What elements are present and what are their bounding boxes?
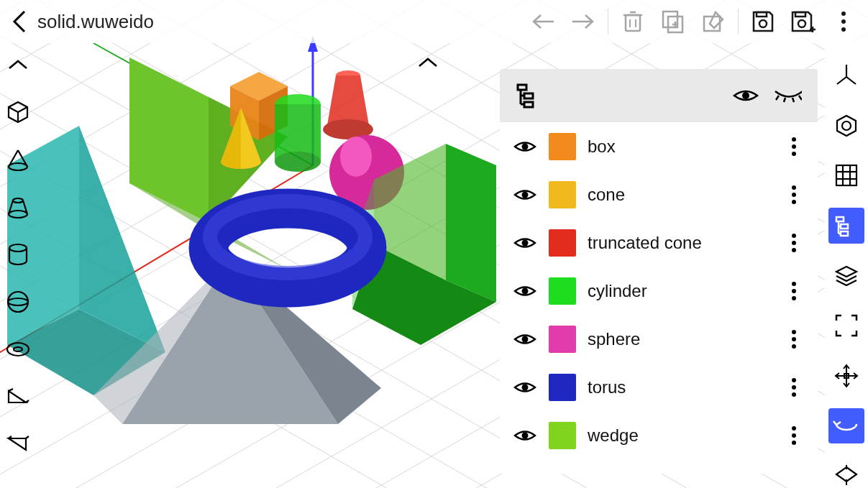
collapse-left-button[interactable]	[2, 49, 34, 80]
svg-rect-109	[836, 217, 844, 221]
cylinder-tool[interactable]	[2, 239, 34, 270]
show-all-button[interactable]	[731, 81, 760, 110]
layer-row[interactable]: box	[500, 122, 818, 170]
edit-button[interactable]	[693, 1, 734, 42]
svg-point-81	[9, 163, 27, 170]
svg-point-76	[841, 11, 846, 16]
truncated-cone-tool[interactable]	[2, 191, 34, 223]
left-toolbar	[0, 43, 36, 488]
overflow-menu-button[interactable]	[823, 1, 864, 42]
layer-color-swatch	[549, 229, 576, 257]
visibility-toggle[interactable]	[513, 183, 537, 207]
svg-point-154	[792, 378, 796, 382]
collapse-top-button[interactable]	[417, 56, 439, 69]
torus-tool[interactable]	[2, 333, 34, 365]
delete-button[interactable]	[613, 1, 653, 42]
save-as-button[interactable]	[783, 1, 823, 42]
layer-menu-button[interactable]	[783, 421, 805, 450]
svg-line-129	[776, 96, 779, 100]
svg-point-134	[792, 137, 796, 142]
layer-row[interactable]: torus	[500, 363, 818, 411]
layer-menu-button[interactable]	[783, 373, 805, 402]
svg-point-142	[792, 234, 796, 238]
layer-row[interactable]: wedge	[500, 411, 818, 459]
save-button[interactable]	[743, 1, 783, 42]
layer-menu-button[interactable]	[783, 132, 805, 161]
layer-name: cylinder	[588, 281, 772, 301]
wedge-up-tool[interactable]	[2, 381, 34, 413]
fullscreen-button[interactable]	[828, 308, 864, 344]
grid-button[interactable]	[828, 157, 864, 193]
svg-line-131	[792, 98, 794, 102]
right-toolbar	[825, 43, 868, 488]
cone-tool[interactable]	[2, 144, 34, 175]
file-title: solid.wuweido	[37, 11, 154, 33]
layer-name: cone	[588, 185, 772, 205]
svg-point-85	[9, 211, 27, 218]
svg-rect-104	[836, 165, 856, 185]
scale-tool-button[interactable]	[828, 458, 864, 488]
back-button[interactable]	[4, 6, 35, 37]
svg-point-77	[841, 19, 846, 24]
visibility-toggle[interactable]	[513, 375, 537, 400]
svg-rect-71	[757, 12, 767, 17]
svg-rect-123	[524, 93, 533, 98]
stack-layers-button[interactable]	[828, 258, 864, 294]
svg-line-94	[9, 389, 13, 391]
layer-name: torus	[588, 377, 772, 397]
hide-all-button[interactable]	[773, 81, 802, 110]
move-tool-button[interactable]	[828, 358, 864, 394]
visibility-toggle[interactable]	[513, 134, 537, 159]
shape-cylinder	[275, 94, 321, 172]
undo-button[interactable]	[523, 1, 563, 42]
svg-rect-73	[795, 12, 805, 17]
svg-point-78	[841, 27, 846, 32]
top-bar: solid.wuweido	[0, 0, 868, 43]
svg-point-146	[792, 282, 796, 286]
svg-point-72	[798, 20, 805, 27]
svg-marker-35	[129, 57, 209, 223]
svg-rect-124	[524, 102, 533, 107]
svg-marker-96	[9, 438, 26, 450]
svg-marker-50	[446, 144, 496, 302]
svg-point-140	[792, 200, 796, 204]
axis-view-button[interactable]	[828, 57, 864, 93]
svg-point-147	[792, 289, 796, 293]
layer-menu-button[interactable]	[783, 229, 805, 257]
svg-point-153	[522, 384, 529, 390]
svg-rect-111	[841, 231, 848, 236]
layer-row[interactable]: cone	[500, 170, 818, 218]
svg-point-91	[7, 343, 29, 356]
svg-point-136	[792, 152, 796, 156]
svg-point-159	[792, 433, 796, 438]
rotate-tool-button[interactable]	[828, 408, 864, 444]
layer-row[interactable]: sphere	[500, 315, 818, 363]
layer-name: wedge	[588, 425, 772, 446]
sphere-tool[interactable]	[2, 286, 34, 318]
layer-row[interactable]: truncated cone	[500, 218, 818, 267]
layers-list[interactable]: box cone truncated cone cylinder	[500, 122, 818, 474]
visibility-toggle[interactable]	[513, 423, 537, 448]
svg-point-157	[522, 432, 529, 438]
cube-tool[interactable]	[2, 96, 34, 128]
svg-point-160	[792, 441, 796, 445]
visibility-toggle[interactable]	[513, 231, 537, 255]
visibility-toggle[interactable]	[513, 279, 537, 303]
view-cube-button[interactable]	[828, 108, 864, 144]
layer-color-swatch	[549, 133, 576, 160]
redo-button[interactable]	[563, 1, 603, 42]
svg-point-92	[14, 347, 22, 351]
svg-marker-115	[836, 267, 856, 277]
wedge-down-tool[interactable]	[2, 428, 34, 460]
svg-line-101	[846, 77, 856, 84]
visibility-toggle[interactable]	[513, 327, 537, 351]
layer-color-swatch	[549, 277, 576, 305]
svg-point-148	[792, 296, 796, 300]
svg-point-149	[522, 336, 529, 342]
layer-menu-button[interactable]	[783, 325, 805, 354]
copy-button[interactable]	[653, 1, 693, 42]
layers-panel-button[interactable]	[828, 208, 864, 244]
layer-row[interactable]: cylinder	[500, 267, 818, 315]
layer-menu-button[interactable]	[783, 180, 805, 209]
layer-menu-button[interactable]	[783, 277, 805, 305]
